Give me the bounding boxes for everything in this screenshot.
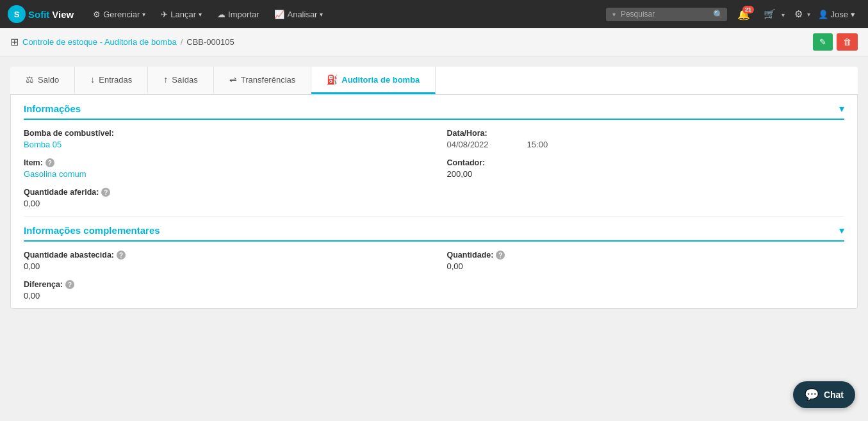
breadcrumb: ⊞ Controle de estoque - Auditoria de bom… (10, 36, 234, 48)
main-content: ⚖ Saldo ↓ Entradas ↑ Saídas ⇌ Transferên… (0, 56, 868, 421)
settings-icon: ⚙ (791, 8, 806, 20)
diferenca-label: Diferença: ? (24, 280, 422, 289)
chevron-down-icon: ▾ (320, 11, 323, 18)
bomba-value[interactable]: Bomba 05 (24, 140, 422, 149)
chat-icon: 💬 (805, 388, 819, 402)
brand-circle-icon: S (8, 5, 26, 23)
section-informacoes-title: Informações (24, 103, 81, 114)
fuel-icon: ⛽ (327, 74, 338, 85)
quantidade-aferida-help-icon[interactable]: ? (101, 188, 110, 197)
item-value[interactable]: Gasolina comum (24, 169, 422, 179)
brand-view: View (52, 9, 74, 20)
brand: S Sofit View (8, 5, 74, 23)
search-dropdown-icon[interactable]: ▾ (610, 11, 618, 18)
abastecida-help-icon[interactable]: ? (117, 251, 126, 260)
section-complementares-header: Informações complementares ▾ (24, 224, 844, 242)
chevron-down-icon: ▾ (782, 12, 785, 19)
section-informacoes-chevron[interactable]: ▾ (839, 103, 844, 115)
chat-button[interactable]: 💬 Chat (793, 381, 855, 408)
section-informacoes-header: Informações ▾ (24, 103, 844, 120)
field-bomba: Bomba de combustível: Bomba 05 (24, 129, 422, 149)
content-card: ⚖ Saldo ↓ Entradas ↑ Saídas ⇌ Transferên… (10, 67, 858, 309)
chevron-down-icon: ▾ (142, 11, 145, 18)
breadcrumb-parent-link[interactable]: Controle de estoque - Auditoria de bomba (22, 37, 177, 47)
hora-value: 15:00 (527, 140, 548, 149)
breadcrumb-current: CBB-000105 (186, 37, 234, 47)
nav-gerenciar[interactable]: ⚙ Gerenciar ▾ (86, 0, 152, 28)
download-icon: ↓ (90, 74, 95, 85)
tab-auditoria[interactable]: ⛽ Auditoria de bomba (311, 67, 436, 94)
quantidade-aferida-label: Quantidade aferida: ? (24, 188, 422, 197)
field-item: Item: ? Gasolina comum (24, 158, 422, 179)
section-informacoes: Informações ▾ Bomba de combustível: Bomb… (11, 95, 857, 216)
field-quantidade: Quantidade: ? 0,00 (447, 251, 845, 271)
nav-importar[interactable]: ☁ Importar (211, 0, 265, 28)
edit-button[interactable]: ✎ (813, 33, 833, 51)
breadcrumb-bar: ⊞ Controle de estoque - Auditoria de bom… (0, 28, 868, 56)
section-complementares-title: Informações complementares (24, 225, 160, 236)
abastecida-value: 0,00 (24, 261, 422, 271)
nav-lancar[interactable]: ✈ Lançar ▾ (154, 0, 208, 28)
chevron-down-icon: ▾ (199, 11, 202, 18)
scale-icon: ⚖ (26, 74, 34, 85)
card-body: Informações ▾ Bomba de combustível: Bomb… (10, 94, 858, 309)
tab-saidas[interactable]: ↑ Saídas (148, 67, 213, 94)
quantidade-value: 0,00 (447, 261, 845, 271)
item-label: Item: ? (24, 158, 422, 167)
chat-label: Chat (824, 390, 844, 400)
search-input[interactable] (621, 10, 710, 19)
tab-saldo[interactable]: ⚖ Saldo (10, 67, 75, 94)
chevron-down-icon: ▾ (807, 11, 810, 18)
cart-icon: 🛒 (760, 8, 779, 19)
tab-transferencias[interactable]: ⇌ Transferências (214, 67, 312, 94)
breadcrumb-grid-icon: ⊞ (10, 36, 19, 48)
user-menu[interactable]: 👤 Jose ▾ (813, 10, 860, 19)
notifications-button[interactable]: 🔔 21 (733, 8, 754, 21)
tabs: ⚖ Saldo ↓ Entradas ↑ Saídas ⇌ Transferên… (10, 67, 858, 94)
navbar: S Sofit View ⚙ Gerenciar ▾ ✈ Lançar ▾ ☁ … (0, 0, 868, 28)
quantidade-aferida-value: 0,00 (24, 199, 422, 208)
delete-button[interactable]: 🗑 (837, 33, 858, 51)
datahora-label: Data/Hora: (447, 129, 845, 138)
field-datahora: Data/Hora: 04/08/2022 15:00 (447, 129, 845, 149)
informacoes-fields: Bomba de combustível: Bomba 05 Data/Hora… (24, 129, 844, 208)
user-icon: 👤 (818, 10, 828, 19)
upload-icon: ↑ (163, 74, 168, 85)
section-complementares-chevron[interactable]: ▾ (839, 224, 844, 236)
gear-icon: ⚙ (93, 10, 101, 19)
chart-icon: 📈 (274, 10, 284, 19)
contador-value: 200,00 (447, 169, 845, 179)
import-icon: ☁ (217, 10, 225, 19)
navbar-right: ▾ 🔍 🔔 21 🛒 ▾ ⚙ ▾ 👤 Jose ▾ (606, 8, 860, 21)
launch-icon: ✈ (161, 10, 168, 19)
item-help-icon[interactable]: ? (45, 158, 54, 167)
contador-label: Contador: (447, 158, 845, 167)
abastecida-label: Quantidade abastecida: ? (24, 251, 422, 260)
breadcrumb-actions: ✎ 🗑 (813, 33, 858, 51)
field-diferenca: Diferença: ? 0,00 (24, 280, 422, 301)
transfer-icon: ⇌ (229, 74, 237, 85)
diferenca-help-icon[interactable]: ? (65, 280, 74, 289)
notification-badge: 21 (742, 6, 754, 13)
diferenca-value: 0,00 (24, 291, 422, 301)
complementares-fields: Quantidade abastecida: ? 0,00 Quantidade… (24, 251, 844, 301)
tab-entradas[interactable]: ↓ Entradas (75, 67, 148, 94)
nav-analisar[interactable]: 📈 Analisar ▾ (268, 0, 329, 28)
brand-sofit: Sofit (28, 9, 49, 20)
breadcrumb-separator: / (181, 37, 183, 47)
datahora-values: 04/08/2022 15:00 (447, 140, 845, 149)
search-icon[interactable]: 🔍 (713, 10, 723, 19)
bomba-label: Bomba de combustível: (24, 129, 422, 138)
search-box: ▾ 🔍 (606, 8, 727, 21)
field-quantidade-aferida: Quantidade aferida: ? 0,00 (24, 188, 422, 208)
cart-button[interactable]: 🛒 ▾ (757, 8, 789, 20)
chevron-down-icon: ▾ (851, 10, 855, 19)
data-value: 04/08/2022 (447, 140, 489, 149)
settings-button[interactable]: ⚙ ▾ (791, 8, 810, 20)
field-contador: Contador: 200,00 (447, 158, 845, 179)
field-abastecida: Quantidade abastecida: ? 0,00 (24, 251, 422, 271)
quantidade-label: Quantidade: ? (447, 251, 845, 260)
section-complementares: Informações complementares ▾ Quantidade … (11, 217, 857, 308)
quantidade-help-icon[interactable]: ? (496, 251, 505, 260)
